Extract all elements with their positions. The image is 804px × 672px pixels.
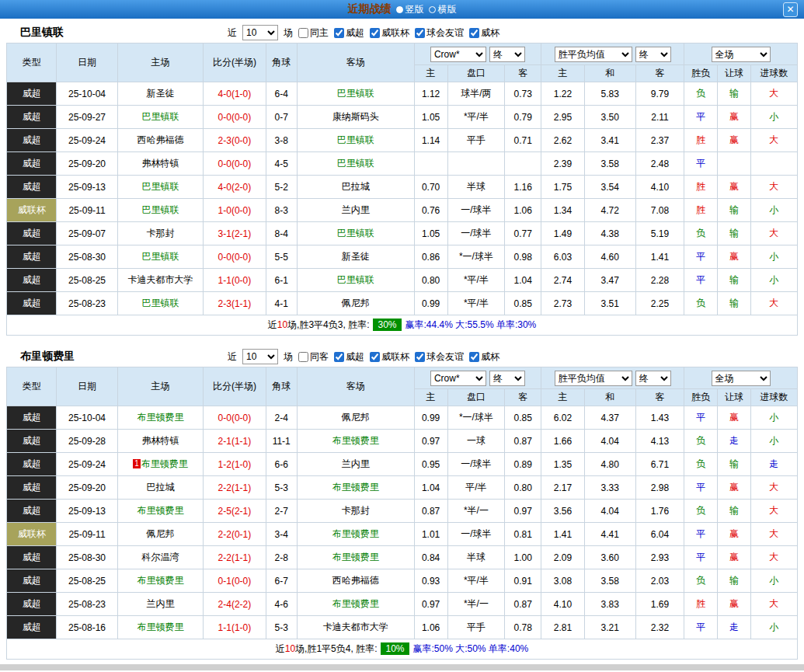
match-row: 威超 25-09-28 弗林特镇 2-1(1-1) 11-1 布里顿费里 0.9… xyxy=(7,430,798,453)
league-checkbox-3[interactable] xyxy=(469,352,479,362)
away-team-cell: 巴里镇联 xyxy=(297,152,414,176)
matches-label: 场 xyxy=(284,350,293,364)
asian-stage-select[interactable]: 终 xyxy=(489,371,525,386)
away-team-name: 布里顿费里 xyxy=(332,435,379,446)
away-team-cell: 新圣徒 xyxy=(297,245,414,269)
league-checkbox-2[interactable] xyxy=(415,352,425,362)
euro-away-odds: 4.13 xyxy=(635,430,684,453)
league-checkbox-1[interactable] xyxy=(370,352,380,362)
league-type-cell: 威超 xyxy=(7,106,57,129)
radio-horizontal-icon[interactable] xyxy=(429,6,436,13)
score-cell: 2-4(2-2) xyxy=(204,593,266,616)
euro-home-odds: 1.49 xyxy=(541,222,584,245)
score-cell: 2-3(1-1) xyxy=(204,292,266,315)
league-filter-3[interactable]: 威杯 xyxy=(469,350,499,364)
summary-stats: 场,胜3平4负3, 胜率: xyxy=(287,319,369,330)
match-count-select[interactable]: 10 xyxy=(242,349,278,364)
league-type-cell: 威超 xyxy=(7,500,57,523)
ah-line: 球半/两 xyxy=(447,82,504,106)
fulltime-select[interactable]: 全场 xyxy=(712,47,771,62)
league-type-cell: 威超 xyxy=(7,152,57,176)
layout-radio-vertical[interactable]: 竖版 xyxy=(396,3,424,16)
ah-home-odds: 1.01 xyxy=(414,523,447,546)
away-team-name: 布里顿费里 xyxy=(332,598,379,609)
match-row: 威超 25-09-20 巴拉城 2-2(1-1) 5-3 布里顿费里 1.04 … xyxy=(7,476,798,500)
home-team-name: 弗林特镇 xyxy=(141,158,179,169)
league-type-cell: 威联杯 xyxy=(7,523,57,546)
corners-cell: 5-2 xyxy=(266,176,297,199)
bookmaker-select[interactable]: Crow* xyxy=(430,47,486,62)
asian-stage-select[interactable]: 终 xyxy=(489,47,525,62)
league-checkbox-1[interactable] xyxy=(370,28,380,38)
home-team-name: 西哈弗福德 xyxy=(137,134,183,145)
ah-away-odds: 0.97 xyxy=(505,500,541,523)
col-home: 主场 xyxy=(117,44,204,82)
same-venue-filter[interactable]: 同客 xyxy=(298,350,329,364)
summary-detail: 赢率:50% 大:50% 单率:40% xyxy=(413,643,529,654)
match-row: 威超 25-08-25 卡迪夫都市大学 1-1(0-0) 6-1 巴里镇联 0.… xyxy=(7,269,798,292)
same-venue-filter[interactable]: 同主 xyxy=(298,26,329,40)
avg-odds-select[interactable]: 胜平负均值 xyxy=(555,371,632,386)
home-team-cell: 巴里镇联 xyxy=(117,199,204,222)
away-team-name: 布里顿费里 xyxy=(332,528,379,539)
euro-away-odds: 1.41 xyxy=(635,245,684,269)
league-filter-2[interactable]: 球会友谊 xyxy=(415,350,464,364)
match-count-select[interactable]: 10 xyxy=(242,25,278,40)
ah-home-odds: 0.99 xyxy=(414,406,447,430)
result-cell: 平 xyxy=(684,476,718,500)
away-team-cell: 卡迪夫都市大学 xyxy=(297,616,414,639)
euro-away-odds: 1.43 xyxy=(635,406,684,430)
euro-odds-header: 胜平负均值终 xyxy=(541,44,684,65)
away-team-cell: 佩尼邦 xyxy=(297,292,414,315)
ah-home-odds: 0.84 xyxy=(414,546,447,569)
layout-radio-horizontal[interactable]: 横版 xyxy=(429,3,457,16)
radio-vertical-label[interactable]: 竖版 xyxy=(405,3,424,16)
ah-line: 一球 xyxy=(447,430,504,453)
league-filter-1[interactable]: 威联杯 xyxy=(370,26,409,40)
match-row: 威超 25-08-23 巴里镇联 2-3(1-1) 4-1 佩尼邦 0.99 *… xyxy=(7,292,798,315)
league-checkbox-0[interactable] xyxy=(334,352,344,362)
result-cell: 负 xyxy=(684,430,718,453)
home-team-cell: 弗林特镇 xyxy=(117,152,204,176)
euro-draw-odds: 4.37 xyxy=(584,406,635,430)
away-team-cell: 巴里镇联 xyxy=(297,222,414,245)
match-row: 威超 25-09-27 巴里镇联 0-0(0-0) 0-7 康纳斯码头 1.05… xyxy=(7,106,798,129)
radio-horizontal-label[interactable]: 横版 xyxy=(438,3,457,16)
league-filter-0[interactable]: 威超 xyxy=(334,350,364,364)
ah-away-odds: 0.98 xyxy=(505,245,541,269)
league-filter-0[interactable]: 威超 xyxy=(334,26,364,40)
fulltime-select[interactable]: 全场 xyxy=(712,371,771,386)
league-filter-3[interactable]: 威杯 xyxy=(469,26,499,40)
league-checkbox-3[interactable] xyxy=(469,28,479,38)
ah-line: *平/半 xyxy=(447,269,504,292)
league-filter-2[interactable]: 球会友谊 xyxy=(415,26,464,40)
league-label-0: 威超 xyxy=(346,26,364,40)
col-home: 主场 xyxy=(117,367,204,406)
same-venue-checkbox[interactable] xyxy=(298,352,308,362)
corners-cell: 6-7 xyxy=(266,569,297,593)
league-filter-1[interactable]: 威联杯 xyxy=(370,350,409,364)
match-row: 威超 25-08-25 布里顿费里 0-1(0-0) 6-7 西哈弗福德 0.9… xyxy=(7,569,798,593)
ah-home-odds: 1.12 xyxy=(414,82,447,106)
ah-away-odds: 1.16 xyxy=(505,176,541,199)
euro-stage-select[interactable]: 终 xyxy=(635,371,671,386)
euro-home-odds: 1.41 xyxy=(541,523,584,546)
euro-draw-odds: 3.58 xyxy=(584,152,635,176)
close-icon[interactable]: ✕ xyxy=(783,2,798,17)
away-team-name: 新圣徒 xyxy=(342,251,370,262)
same-venue-checkbox[interactable] xyxy=(298,28,308,38)
bookmaker-select[interactable]: Crow* xyxy=(430,371,486,386)
goals-result-cell: 大 xyxy=(750,176,797,199)
league-checkbox-0[interactable] xyxy=(334,28,344,38)
league-checkbox-2[interactable] xyxy=(415,28,425,38)
home-team-cell: 巴里镇联 xyxy=(117,106,204,129)
summary-row: 近10场,胜3平4负3, 胜率:30%赢率:44.4% 大:55.5% 单率:3… xyxy=(7,315,798,336)
score-cell: 4-0(1-0) xyxy=(204,82,266,106)
ah-line: *一/球半 xyxy=(447,245,504,269)
score-cell: 4-0(2-0) xyxy=(204,176,266,199)
radio-vertical-icon[interactable] xyxy=(396,6,403,13)
handicap-result-cell: 输 xyxy=(718,199,750,222)
away-team-cell: 巴里镇联 xyxy=(297,82,414,106)
euro-stage-select[interactable]: 终 xyxy=(635,47,671,62)
avg-odds-select[interactable]: 胜平负均值 xyxy=(555,47,632,62)
